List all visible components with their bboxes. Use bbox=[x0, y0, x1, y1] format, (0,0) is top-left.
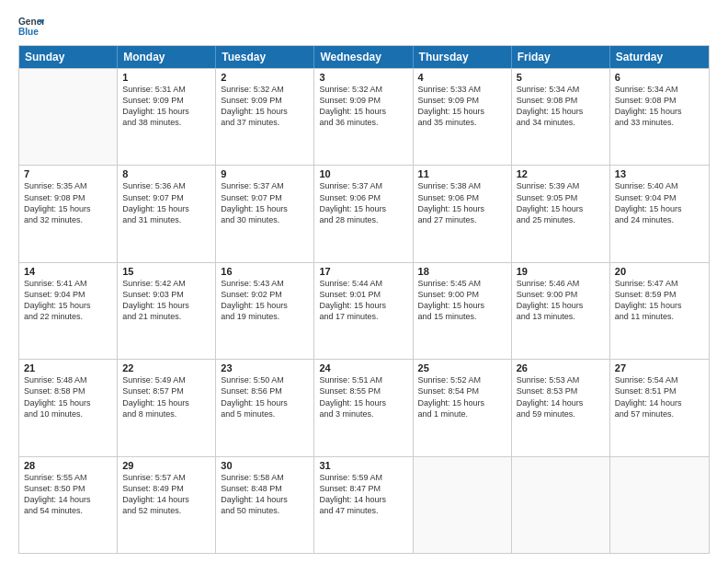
header-day-saturday: Saturday bbox=[610, 46, 709, 68]
page: General Blue SundayMondayTuesdayWednesda… bbox=[0, 0, 728, 563]
cell-sun-info: Sunrise: 5:40 AMSunset: 9:04 PMDaylight:… bbox=[615, 180, 704, 225]
day-number: 26 bbox=[517, 362, 605, 373]
day-number: 22 bbox=[122, 362, 210, 373]
cell-sun-info: Sunrise: 5:32 AMSunset: 9:09 PMDaylight:… bbox=[319, 84, 407, 129]
day-number: 23 bbox=[221, 362, 309, 373]
cell-sun-info: Sunrise: 5:55 AMSunset: 8:50 PMDaylight:… bbox=[24, 472, 112, 517]
calendar-week-1: 1Sunrise: 5:31 AMSunset: 9:09 PMDaylight… bbox=[19, 68, 709, 165]
calendar-cell: 2Sunrise: 5:32 AMSunset: 9:09 PMDaylight… bbox=[216, 69, 314, 165]
svg-text:Blue: Blue bbox=[18, 27, 39, 37]
cell-sun-info: Sunrise: 5:39 AMSunset: 9:05 PMDaylight:… bbox=[517, 180, 605, 225]
calendar-cell: 30Sunrise: 5:58 AMSunset: 8:48 PMDayligh… bbox=[216, 457, 314, 553]
day-number: 29 bbox=[122, 460, 210, 471]
day-number: 25 bbox=[418, 362, 506, 373]
calendar-cell: 25Sunrise: 5:52 AMSunset: 8:54 PMDayligh… bbox=[414, 360, 512, 455]
calendar-cell: 23Sunrise: 5:50 AMSunset: 8:56 PMDayligh… bbox=[216, 360, 314, 455]
calendar-cell: 10Sunrise: 5:37 AMSunset: 9:06 PMDayligh… bbox=[314, 166, 413, 261]
cell-sun-info: Sunrise: 5:53 AMSunset: 8:53 PMDaylight:… bbox=[517, 374, 605, 419]
calendar-header: SundayMondayTuesdayWednesdayThursdayFrid… bbox=[19, 46, 709, 68]
calendar-cell: 3Sunrise: 5:32 AMSunset: 9:09 PMDaylight… bbox=[314, 69, 413, 165]
header: General Blue bbox=[18, 14, 710, 40]
day-number: 1 bbox=[122, 72, 210, 83]
calendar-cell: 13Sunrise: 5:40 AMSunset: 9:04 PMDayligh… bbox=[610, 166, 709, 261]
cell-sun-info: Sunrise: 5:49 AMSunset: 8:57 PMDaylight:… bbox=[122, 374, 210, 419]
header-day-thursday: Thursday bbox=[414, 46, 512, 68]
cell-sun-info: Sunrise: 5:35 AMSunset: 9:08 PMDaylight:… bbox=[24, 180, 112, 225]
calendar-cell: 18Sunrise: 5:45 AMSunset: 9:00 PMDayligh… bbox=[414, 263, 512, 359]
calendar-week-5: 28Sunrise: 5:55 AMSunset: 8:50 PMDayligh… bbox=[19, 456, 709, 553]
cell-sun-info: Sunrise: 5:57 AMSunset: 8:49 PMDaylight:… bbox=[122, 472, 210, 517]
calendar-cell: 1Sunrise: 5:31 AMSunset: 9:09 PMDaylight… bbox=[118, 69, 216, 165]
calendar-cell: 6Sunrise: 5:34 AMSunset: 9:08 PMDaylight… bbox=[610, 69, 709, 165]
calendar-cell: 29Sunrise: 5:57 AMSunset: 8:49 PMDayligh… bbox=[118, 457, 216, 553]
calendar-cell: 15Sunrise: 5:42 AMSunset: 9:03 PMDayligh… bbox=[118, 263, 216, 359]
day-number: 20 bbox=[615, 266, 704, 277]
day-number: 31 bbox=[319, 460, 407, 471]
cell-sun-info: Sunrise: 5:59 AMSunset: 8:47 PMDaylight:… bbox=[319, 472, 407, 517]
calendar-cell: 22Sunrise: 5:49 AMSunset: 8:57 PMDayligh… bbox=[118, 360, 216, 455]
day-number: 6 bbox=[615, 72, 704, 83]
calendar-cell: 8Sunrise: 5:36 AMSunset: 9:07 PMDaylight… bbox=[118, 166, 216, 261]
calendar-cell: 19Sunrise: 5:46 AMSunset: 9:00 PMDayligh… bbox=[512, 263, 610, 359]
calendar-cell bbox=[414, 457, 512, 553]
day-number: 11 bbox=[418, 168, 506, 179]
day-number: 5 bbox=[517, 72, 605, 83]
day-number: 16 bbox=[221, 266, 309, 277]
cell-sun-info: Sunrise: 5:34 AMSunset: 9:08 PMDaylight:… bbox=[517, 84, 605, 129]
cell-sun-info: Sunrise: 5:44 AMSunset: 9:01 PMDaylight:… bbox=[319, 278, 407, 323]
day-number: 13 bbox=[615, 168, 704, 179]
day-number: 14 bbox=[24, 266, 112, 277]
calendar-cell bbox=[512, 457, 610, 553]
cell-sun-info: Sunrise: 5:48 AMSunset: 8:58 PMDaylight:… bbox=[24, 374, 112, 419]
cell-sun-info: Sunrise: 5:37 AMSunset: 9:07 PMDaylight:… bbox=[221, 180, 309, 225]
cell-sun-info: Sunrise: 5:45 AMSunset: 9:00 PMDaylight:… bbox=[418, 278, 506, 323]
cell-sun-info: Sunrise: 5:36 AMSunset: 9:07 PMDaylight:… bbox=[122, 180, 210, 225]
calendar-cell: 27Sunrise: 5:54 AMSunset: 8:51 PMDayligh… bbox=[610, 360, 709, 455]
day-number: 12 bbox=[517, 168, 605, 179]
day-number: 24 bbox=[319, 362, 407, 373]
calendar-body: 1Sunrise: 5:31 AMSunset: 9:09 PMDaylight… bbox=[19, 68, 709, 553]
calendar-cell: 31Sunrise: 5:59 AMSunset: 8:47 PMDayligh… bbox=[314, 457, 413, 553]
logo-icon: General Blue bbox=[18, 14, 44, 40]
day-number: 2 bbox=[221, 72, 309, 83]
day-number: 30 bbox=[221, 460, 309, 471]
header-day-monday: Monday bbox=[118, 46, 216, 68]
cell-sun-info: Sunrise: 5:58 AMSunset: 8:48 PMDaylight:… bbox=[221, 472, 309, 517]
cell-sun-info: Sunrise: 5:31 AMSunset: 9:09 PMDaylight:… bbox=[122, 84, 210, 129]
calendar-cell bbox=[19, 69, 118, 165]
calendar-cell: 17Sunrise: 5:44 AMSunset: 9:01 PMDayligh… bbox=[314, 263, 413, 359]
day-number: 4 bbox=[418, 72, 506, 83]
calendar-cell: 14Sunrise: 5:41 AMSunset: 9:04 PMDayligh… bbox=[19, 263, 118, 359]
calendar-cell: 4Sunrise: 5:33 AMSunset: 9:09 PMDaylight… bbox=[414, 69, 512, 165]
day-number: 28 bbox=[24, 460, 112, 471]
header-day-friday: Friday bbox=[512, 46, 610, 68]
calendar-cell: 9Sunrise: 5:37 AMSunset: 9:07 PMDaylight… bbox=[216, 166, 314, 261]
calendar-cell: 11Sunrise: 5:38 AMSunset: 9:06 PMDayligh… bbox=[414, 166, 512, 261]
calendar-week-3: 14Sunrise: 5:41 AMSunset: 9:04 PMDayligh… bbox=[19, 262, 709, 359]
calendar-cell: 24Sunrise: 5:51 AMSunset: 8:55 PMDayligh… bbox=[314, 360, 413, 455]
header-day-wednesday: Wednesday bbox=[314, 46, 413, 68]
calendar-cell: 20Sunrise: 5:47 AMSunset: 8:59 PMDayligh… bbox=[610, 263, 709, 359]
header-day-tuesday: Tuesday bbox=[216, 46, 314, 68]
cell-sun-info: Sunrise: 5:46 AMSunset: 9:00 PMDaylight:… bbox=[517, 278, 605, 323]
cell-sun-info: Sunrise: 5:33 AMSunset: 9:09 PMDaylight:… bbox=[418, 84, 506, 129]
calendar-week-2: 7Sunrise: 5:35 AMSunset: 9:08 PMDaylight… bbox=[19, 165, 709, 261]
day-number: 3 bbox=[319, 72, 407, 83]
logo: General Blue bbox=[18, 14, 48, 40]
day-number: 9 bbox=[221, 168, 309, 179]
cell-sun-info: Sunrise: 5:38 AMSunset: 9:06 PMDaylight:… bbox=[418, 180, 506, 225]
calendar-cell: 7Sunrise: 5:35 AMSunset: 9:08 PMDaylight… bbox=[19, 166, 118, 261]
cell-sun-info: Sunrise: 5:43 AMSunset: 9:02 PMDaylight:… bbox=[221, 278, 309, 323]
cell-sun-info: Sunrise: 5:42 AMSunset: 9:03 PMDaylight:… bbox=[122, 278, 210, 323]
calendar-cell: 5Sunrise: 5:34 AMSunset: 9:08 PMDaylight… bbox=[512, 69, 610, 165]
calendar-cell: 26Sunrise: 5:53 AMSunset: 8:53 PMDayligh… bbox=[512, 360, 610, 455]
cell-sun-info: Sunrise: 5:52 AMSunset: 8:54 PMDaylight:… bbox=[418, 374, 506, 419]
day-number: 15 bbox=[122, 266, 210, 277]
day-number: 7 bbox=[24, 168, 112, 179]
day-number: 19 bbox=[517, 266, 605, 277]
cell-sun-info: Sunrise: 5:37 AMSunset: 9:06 PMDaylight:… bbox=[319, 180, 407, 225]
calendar-cell: 21Sunrise: 5:48 AMSunset: 8:58 PMDayligh… bbox=[19, 360, 118, 455]
day-number: 27 bbox=[615, 362, 704, 373]
calendar-cell: 12Sunrise: 5:39 AMSunset: 9:05 PMDayligh… bbox=[512, 166, 610, 261]
calendar-cell: 28Sunrise: 5:55 AMSunset: 8:50 PMDayligh… bbox=[19, 457, 118, 553]
